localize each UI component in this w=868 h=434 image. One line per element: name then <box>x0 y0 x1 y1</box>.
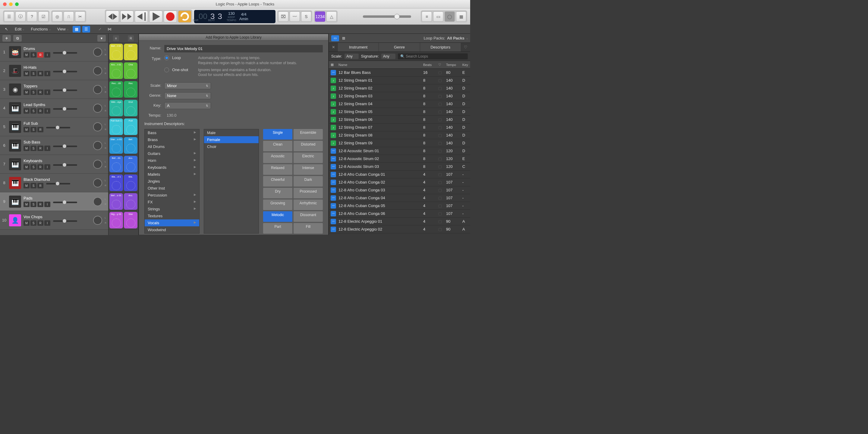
track-volume-slider[interactable] <box>53 52 77 54</box>
loop-cell[interactable]: Aro…t 01 <box>110 62 123 79</box>
track-volume-slider[interactable] <box>53 108 77 110</box>
track-pan-knob[interactable] <box>93 216 102 225</box>
descriptor-tag[interactable]: Fill <box>293 223 323 234</box>
track-i-btn[interactable]: I <box>44 71 50 76</box>
loop-fav-toggle[interactable]: ▢ <box>436 86 444 90</box>
descriptor-tag[interactable]: Electric <box>293 153 323 163</box>
track-volume-slider[interactable] <box>53 220 77 222</box>
loop-fav-toggle[interactable]: ▢ <box>436 110 444 114</box>
track-r-btn[interactable]: R <box>37 108 43 114</box>
track-pan-knob[interactable] <box>93 160 102 169</box>
mixer-btn[interactable]: ⎍ <box>64 11 74 22</box>
loop-row[interactable]: ♪ 12 String Dream 03 8 ▢ 140 D <box>329 92 470 100</box>
metronome-btn[interactable]: △ <box>327 11 337 22</box>
track-r-btn[interactable]: R <box>37 146 43 151</box>
track-r-btn[interactable]: R <box>37 183 43 188</box>
track-m-btn[interactable]: M <box>24 90 30 95</box>
name-input[interactable] <box>164 45 323 53</box>
track-i-btn[interactable]: I <box>44 202 50 207</box>
loop-packs-value[interactable]: All Packs <box>447 36 464 40</box>
play-btn[interactable] <box>149 10 162 23</box>
track-row[interactable]: 10 👤 Vox Chops MSRI LR <box>0 211 108 230</box>
scale-select[interactable]: Minor⇅ <box>164 82 211 89</box>
descriptor-tag[interactable]: Arrhythmic <box>293 199 323 210</box>
track-s-btn[interactable]: S <box>30 127 36 132</box>
master-volume-slider[interactable] <box>363 16 411 18</box>
descriptor-tag[interactable]: Part <box>263 223 292 234</box>
replace-btn[interactable]: ⌧ <box>278 11 288 22</box>
descriptor-category-item[interactable]: Vocals▶ <box>145 219 199 226</box>
track-m-btn[interactable]: M <box>24 164 30 170</box>
track-s-btn[interactable]: S <box>30 164 36 170</box>
descriptor-tag[interactable]: Clean <box>263 141 292 151</box>
edit-menu[interactable]: Edit⌵ <box>12 26 27 32</box>
close-window-btn[interactable] <box>3 2 7 6</box>
loop-beats-col[interactable]: Beats <box>421 63 436 67</box>
loop-fav-toggle[interactable]: ▢ <box>436 156 444 161</box>
descriptor-category-item[interactable]: Keyboards▶ <box>145 164 199 171</box>
loop-row[interactable]: 〰 12-8 Electric Arpeggio 01 4 ▢ 90 A <box>329 218 470 225</box>
track-m-btn[interactable]: M <box>24 146 30 151</box>
loop-fav-toggle[interactable]: ▢ <box>436 211 444 216</box>
track-pan-knob[interactable] <box>93 141 102 150</box>
loop-fav-toggle[interactable]: ▢ <box>436 125 444 130</box>
track-volume-slider[interactable] <box>53 164 77 166</box>
smart-controls-btn[interactable]: ◎ <box>52 11 62 22</box>
descriptor-subcategory-item[interactable]: Choir <box>204 143 258 150</box>
loop-row[interactable]: ♪ 12 String Dream 05 8 ▢ 140 D <box>329 108 470 116</box>
loop-sig-select[interactable]: Any <box>381 54 396 59</box>
track-row[interactable]: 6 🎹 Sub Bass MSRI LR <box>0 136 108 155</box>
descriptor-tag[interactable]: Single <box>263 129 292 140</box>
genre-tab[interactable]: Genre <box>379 43 420 52</box>
loop-row[interactable]: ♪ 12 String Dream 02 8 ▢ 140 D <box>329 84 470 92</box>
track-row[interactable]: 2 🎩 Hi-Hats MSRI LR <box>0 61 108 80</box>
track-r-btn[interactable]: R <box>37 71 43 76</box>
loop-row[interactable]: ♪ 12 String Dream 06 8 ▢ 140 D <box>329 116 470 124</box>
track-r-btn[interactable]: R <box>37 220 43 226</box>
track-r-btn[interactable]: R <box>37 90 43 95</box>
media-browser-btn[interactable]: ▦ <box>456 11 466 22</box>
descriptor-subcategory-list[interactable]: MaleFemaleChoir <box>204 129 259 234</box>
add-track-btn[interactable]: + <box>2 35 11 41</box>
loop-cell[interactable]: Bef…01 <box>110 156 123 173</box>
loop-fav-toggle[interactable]: ▢ <box>436 78 444 83</box>
track-pan-knob[interactable] <box>93 179 102 187</box>
loop-fav-toggle[interactable]: ▢ <box>436 195 444 200</box>
track-s-btn[interactable]: S <box>30 90 36 95</box>
loop-fav-toggle[interactable]: ▢ <box>436 164 444 169</box>
track-volume-slider[interactable] <box>53 202 77 203</box>
track-pan-knob[interactable] <box>93 122 102 131</box>
list-view-btn[interactable]: ☰ <box>82 26 90 33</box>
loop-cell[interactable]: Rec <box>124 81 137 98</box>
list-editors-btn[interactable]: ≡ <box>422 11 432 22</box>
library-btn[interactable]: ☰ <box>4 11 14 22</box>
loop-fav-col[interactable]: ♡ <box>436 63 444 67</box>
loop-radio[interactable] <box>164 56 169 60</box>
descriptor-category-item[interactable]: Strings▶ <box>145 206 199 213</box>
favorites-tab[interactable]: ♡ <box>461 43 470 52</box>
descriptor-category-item[interactable]: Other Inst <box>145 185 199 192</box>
loop-cell[interactable]: Rec…05 <box>110 81 123 98</box>
loop-fav-toggle[interactable]: ▢ <box>436 188 444 192</box>
track-volume-slider[interactable] <box>46 127 70 128</box>
loop-browser-btn[interactable]: ◯ <box>444 11 455 22</box>
cell-menu-btn[interactable]: ≡ <box>113 35 119 41</box>
loop-fav-toggle[interactable]: ▢ <box>436 204 444 208</box>
cell-record-btn[interactable]: R <box>128 35 134 41</box>
track-volume-slider[interactable] <box>53 71 77 72</box>
descriptor-tag[interactable]: Acoustic <box>263 153 292 163</box>
loop-row[interactable]: 〰 12-8 Acoustic Strum 01 8 ▢ 120 D <box>329 147 470 155</box>
descriptor-category-list[interactable]: Bass▶Brass▶All DrumsGuitars▶Horn▶Keyboar… <box>144 129 199 234</box>
track-row[interactable]: 8 🎹 Black Diamond MSR LR <box>0 174 108 192</box>
toolbar-toggle-btn[interactable]: ☑ <box>38 11 49 22</box>
notepad-btn[interactable]: ▭ <box>433 11 443 22</box>
track-m-btn[interactable]: M <box>24 127 30 132</box>
track-volume-slider[interactable] <box>46 183 70 184</box>
inspector-btn[interactable]: ⓘ <box>16 11 26 22</box>
loop-cell[interactable]: Bef…s 01 <box>110 193 123 210</box>
track-m-btn[interactable]: M <box>24 220 30 226</box>
loop-cell[interactable]: Star <box>124 212 137 228</box>
descriptor-category-item[interactable]: Textures <box>145 213 199 219</box>
track-r-btn[interactable]: R <box>37 202 43 207</box>
track-s-btn[interactable]: S <box>30 146 36 151</box>
